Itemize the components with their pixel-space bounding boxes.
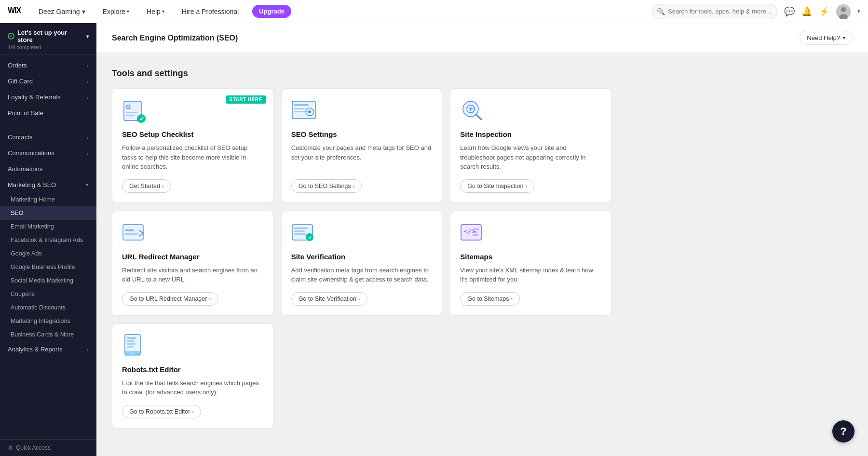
svg-text:www.: www. <box>124 228 135 232</box>
sidebar-sub-business-cards[interactable]: Business Cards & More <box>0 328 96 341</box>
cards-row-3: TXT Robots.txt Editor Edit the file that… <box>112 323 611 429</box>
upgrade-button[interactable]: Upgrade <box>252 5 291 18</box>
url-redirect-title: URL Redirect Manager <box>122 253 263 261</box>
card-site-verification: ✓ Site Verification Add verification met… <box>281 211 443 316</box>
sitemaps-btn[interactable]: Go to Sitemaps › <box>460 292 520 306</box>
robots-txt-arrow-icon: › <box>192 409 194 415</box>
sub-header: Search Engine Optimization (SEO) Need He… <box>96 23 868 53</box>
sidebar-sub-seo[interactable]: SEO <box>0 206 96 220</box>
explore-chevron-icon: ▾ <box>127 9 129 14</box>
seo-checklist-btn[interactable]: Get Started › <box>122 179 171 193</box>
svg-point-2 <box>841 7 846 12</box>
seo-settings-title: SEO Settings <box>291 130 433 138</box>
sidebar-item-analytics[interactable]: Analytics & Reports › <box>0 341 96 357</box>
get-started-arrow-icon: › <box>162 183 164 189</box>
avatar[interactable] <box>836 4 851 19</box>
svg-rect-12 <box>294 108 305 109</box>
sidebar-main-items: Orders › Gift Card › Loyalty & Referrals… <box>0 54 96 125</box>
contacts-chevron-icon: › <box>87 134 89 140</box>
explore-nav-link[interactable]: Explore ▾ <box>99 6 133 17</box>
svg-rect-26 <box>294 230 305 232</box>
site-verification-icon: ✓ <box>291 221 316 246</box>
sitemaps-desc: View your site's XML sitemap index & lea… <box>460 266 601 284</box>
sidebar-sub-google-business[interactable]: Google Business Profile <box>0 260 96 274</box>
url-redirect-arrow-icon: › <box>209 296 211 302</box>
need-help-button[interactable]: Need Help? ▾ <box>800 31 853 45</box>
cards-row-1: START HERE G ✓ SEO Setup Checklist Follo… <box>112 88 611 203</box>
sidebar-item-loyalty[interactable]: Loyalty & Referrals › <box>0 89 96 105</box>
sidebar-item-orders[interactable]: Orders › <box>0 57 96 73</box>
sidebar-sub-email-marketing[interactable]: Email Marketing <box>0 220 96 233</box>
sidebar-sub-facebook-ads[interactable]: Facebook & Instagram Ads <box>0 233 96 247</box>
seo-checklist-desc: Follow a personalized checklist of SEO s… <box>122 143 263 172</box>
site-name-label: Deez Gaming <box>39 8 80 15</box>
sidebar-item-giftcard[interactable]: Gift Card › <box>0 73 96 89</box>
site-name-chevron-icon: ▾ <box>82 8 85 15</box>
sidebar-sub-social-media[interactable]: Social Media Marketing <box>0 274 96 287</box>
marketing-chevron-icon: ▾ <box>86 182 89 188</box>
svg-line-18 <box>476 114 481 120</box>
giftcard-chevron-icon: › <box>87 79 89 84</box>
section-title: Tools and settings <box>112 68 611 79</box>
svg-rect-37 <box>127 340 135 342</box>
site-verification-btn[interactable]: Go to Site Verification › <box>291 292 367 306</box>
site-name-button[interactable]: Deez Gaming ▾ <box>35 6 89 17</box>
account-chevron-icon[interactable]: ▾ <box>857 8 860 14</box>
search-input[interactable] <box>652 4 777 19</box>
url-redirect-btn[interactable]: Go to URL Redirect Manager › <box>122 292 218 306</box>
site-inspection-btn[interactable]: Go to Site Inspection › <box>460 179 534 193</box>
chat-icon[interactable]: 💬 <box>784 6 795 17</box>
sidebar-setup[interactable]: ✓ Let's set up your store ▾ 1/9 complete… <box>0 23 96 54</box>
url-redirect-desc: Redirect site visitors and search engine… <box>122 266 263 284</box>
page-title: Search Engine Optimization (SEO) <box>112 34 238 42</box>
sidebar-section-contacts: Contacts › Communications › Automations … <box>0 125 96 361</box>
sidebar-item-contacts[interactable]: Contacts › <box>0 129 96 145</box>
content-area: Search Engine Optimization (SEO) Need He… <box>96 23 868 456</box>
svg-rect-21 <box>123 225 143 240</box>
seo-settings-btn[interactable]: Go to SEO Settings › <box>291 179 362 193</box>
sidebar-item-pos[interactable]: Point of Sale <box>0 105 96 121</box>
sidebar-item-communications[interactable]: Communications › <box>0 145 96 161</box>
need-help-chevron-icon: ▾ <box>843 35 845 40</box>
site-inspection-title: Site Inspection <box>460 130 601 138</box>
seo-checklist-icon: G ✓ <box>122 98 147 123</box>
robots-txt-btn[interactable]: Go to Robots.txt Editor › <box>122 405 201 418</box>
lightning-icon[interactable]: ⚡ <box>819 6 829 17</box>
loyalty-chevron-icon: › <box>87 94 89 100</box>
sidebar-item-automations[interactable]: Automations <box>0 161 96 177</box>
sidebar-sub-coupons[interactable]: Coupons <box>0 287 96 301</box>
svg-rect-36 <box>127 337 136 339</box>
seo-checklist-title: SEO Setup Checklist <box>122 130 263 138</box>
sidebar-item-marketing-seo[interactable]: Marketing & SEO ▾ <box>0 177 96 193</box>
seo-settings-arrow-icon: › <box>353 183 355 189</box>
help-nav-link[interactable]: Help ▾ <box>143 6 168 17</box>
start-here-badge: START HERE <box>226 95 266 104</box>
sitemaps-icon: </> <box>460 221 485 246</box>
help-chevron-icon: ▾ <box>162 9 164 14</box>
site-verification-title: Site Verification <box>291 253 433 261</box>
svg-rect-11 <box>294 104 309 106</box>
sitemaps-arrow-icon: › <box>511 296 513 302</box>
bell-icon[interactable]: 🔔 <box>801 6 812 17</box>
sidebar-sub-google-ads[interactable]: Google Ads <box>0 247 96 260</box>
svg-rect-25 <box>294 228 308 229</box>
sidebar-footer[interactable]: ⚙ Quick Access <box>0 439 96 456</box>
setup-title[interactable]: ✓ Let's set up your store ▾ <box>8 29 89 43</box>
main-content: Tools and settings START HERE G ✓ <box>96 53 627 452</box>
setup-chevron-icon: ▾ <box>86 34 89 39</box>
cards-row-2: www. URL Redirect Manager Redirect site … <box>112 211 611 316</box>
site-inspection-icon <box>460 98 485 123</box>
svg-text:✓: ✓ <box>308 235 312 241</box>
hire-professional-nav-link[interactable]: Hire a Professional <box>178 6 243 17</box>
sitemaps-title: Sitemaps <box>460 253 601 261</box>
search-wrapper: 🔍 <box>652 4 777 19</box>
svg-text:G: G <box>126 103 131 110</box>
svg-rect-23 <box>125 233 138 235</box>
orders-chevron-icon: › <box>87 63 89 68</box>
help-bubble[interactable]: ? <box>832 420 854 443</box>
svg-rect-27 <box>294 233 306 235</box>
sidebar-sub-marketing-integrations[interactable]: Marketing Integrations <box>0 314 96 328</box>
sidebar-sub-marketing-home[interactable]: Marketing Home <box>0 193 96 206</box>
sidebar-sub-automatic-discounts[interactable]: Automatic Discounts <box>0 301 96 314</box>
svg-point-15 <box>308 110 311 113</box>
